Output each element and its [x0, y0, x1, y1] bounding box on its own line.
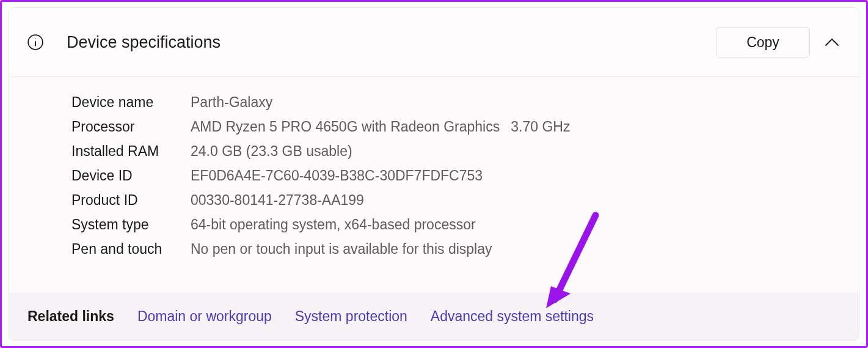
- info-icon: [26, 33, 45, 51]
- related-links-footer: Related links Domain or workgroup System…: [9, 292, 859, 340]
- spec-row-product-id: Product ID 00330-80141-27738-AA199: [71, 192, 859, 209]
- related-links-title: Related links: [27, 308, 114, 325]
- spec-label: Device name: [71, 94, 191, 111]
- spec-value: 00330-80141-27738-AA199: [191, 192, 364, 209]
- spec-row-device-id: Device ID EF0D6A4E-7C60-4039-B38C-30DF7F…: [71, 168, 859, 184]
- spec-row-pen-touch: Pen and touch No pen or touch input is a…: [71, 241, 859, 257]
- specs-body: Device name Parth-Galaxy Processor AMD R…: [9, 77, 859, 283]
- spec-label: Installed RAM: [71, 143, 191, 160]
- chevron-up-icon[interactable]: [822, 32, 842, 52]
- spec-value: Parth-Galaxy: [191, 94, 272, 111]
- spec-row-device-name: Device name Parth-Galaxy: [71, 94, 859, 111]
- link-domain-workgroup[interactable]: Domain or workgroup: [137, 308, 272, 325]
- spec-label: Product ID: [71, 192, 191, 209]
- spec-value: No pen or touch input is available for t…: [191, 241, 492, 257]
- link-advanced-system-settings[interactable]: Advanced system settings: [431, 308, 594, 325]
- spec-value: EF0D6A4E-7C60-4039-B38C-30DF7FDFC753: [191, 168, 483, 184]
- spec-label: Processor: [71, 119, 191, 135]
- spec-value: 24.0 GB (23.3 GB usable): [191, 143, 352, 160]
- card-header[interactable]: Device specifications Copy: [9, 8, 859, 77]
- card-title: Device specifications: [67, 33, 716, 52]
- spec-row-installed-ram: Installed RAM 24.0 GB (23.3 GB usable): [71, 143, 859, 160]
- spec-row-processor: Processor AMD Ryzen 5 PRO 4650G with Rad…: [71, 119, 859, 135]
- link-system-protection[interactable]: System protection: [295, 308, 407, 325]
- spec-label: Device ID: [71, 168, 191, 184]
- copy-button[interactable]: Copy: [716, 27, 810, 57]
- spec-row-system-type: System type 64-bit operating system, x64…: [71, 217, 859, 233]
- svg-point-1: [35, 39, 35, 39]
- device-specifications-card: Device specifications Copy Device name P…: [9, 7, 859, 341]
- spec-label: Pen and touch: [71, 241, 191, 257]
- spec-label: System type: [71, 217, 191, 233]
- spec-value: 64-bit operating system, x64-based proce…: [191, 217, 476, 233]
- spec-value: AMD Ryzen 5 PRO 4650G with Radeon Graphi…: [191, 119, 570, 135]
